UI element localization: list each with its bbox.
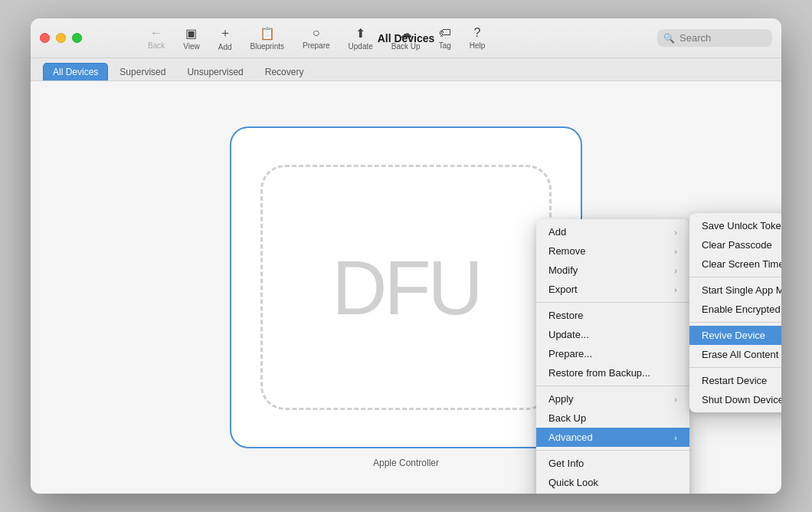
back-button[interactable]: ← Back xyxy=(140,23,172,53)
toolbar: ← Back ▣ View ＋ Add 📋 Blueprints ○ Prepa… xyxy=(140,22,493,54)
traffic-lights xyxy=(40,33,82,43)
update-label: Update xyxy=(349,42,373,51)
submenu-separator-3 xyxy=(689,367,781,368)
advanced-submenu: Save Unlock Token Clear Passcode Clear S… xyxy=(689,213,781,412)
blueprints-label: Blueprints xyxy=(250,42,284,51)
menu-arrow-add: › xyxy=(674,228,677,237)
menu-item-apply[interactable]: Apply › xyxy=(536,389,689,409)
menu-arrow-apply: › xyxy=(674,395,677,404)
update-button[interactable]: ⬆ Update xyxy=(341,23,381,54)
menu-item-prepare-label: Prepare... xyxy=(548,348,592,359)
menu-item-apply-label: Apply xyxy=(548,393,574,405)
add-button[interactable]: ＋ Add xyxy=(211,22,240,54)
menu-item-get-info[interactable]: Get Info xyxy=(536,454,689,473)
menu-item-modify[interactable]: Modify › xyxy=(536,261,689,280)
view-button[interactable]: ▣ View xyxy=(175,23,208,54)
menu-item-restore-backup-label: Restore from Backup... xyxy=(548,367,650,379)
menu-item-quick-look[interactable]: Quick Look xyxy=(536,473,689,492)
menu-item-get-info-label: Get Info xyxy=(548,458,584,469)
menu-item-prepare[interactable]: Prepare... xyxy=(536,344,689,363)
menu-item-remove[interactable]: Remove › xyxy=(536,241,689,261)
context-menu: Add › Remove › Modify › Export › Restore… xyxy=(536,219,689,494)
menu-arrow-remove: › xyxy=(674,247,677,256)
menu-item-backup-label: Back Up xyxy=(548,412,586,424)
prepare-icon: ○ xyxy=(313,26,320,40)
menu-item-restore[interactable]: Restore xyxy=(536,306,689,325)
menu-item-add-label: Add xyxy=(548,226,566,238)
search-icon: 🔍 xyxy=(663,33,675,44)
submenu-enable-encrypted[interactable]: Enable Encrypted Backups... xyxy=(689,300,781,319)
menu-separator-1 xyxy=(536,302,689,303)
submenu-separator-2 xyxy=(689,322,781,323)
dfu-label: DFU xyxy=(332,244,480,332)
view-label: View xyxy=(183,42,200,51)
tag-label: Tag xyxy=(439,41,451,50)
menu-arrow-advanced: › xyxy=(674,433,677,442)
update-icon: ⬆ xyxy=(355,26,365,41)
submenu-clear-passcode[interactable]: Clear Passcode xyxy=(689,235,781,254)
menu-item-export[interactable]: Export › xyxy=(536,280,689,299)
prepare-label: Prepare xyxy=(303,41,330,50)
menu-separator-2 xyxy=(536,386,689,386)
back-label: Back xyxy=(148,41,165,50)
menu-item-export-label: Export xyxy=(548,284,578,295)
submenu-save-unlock-token[interactable]: Save Unlock Token xyxy=(689,216,781,235)
menu-item-backup[interactable]: Back Up xyxy=(536,409,689,428)
tab-all-devices[interactable]: All Devices xyxy=(43,63,108,80)
menu-item-tags[interactable]: Tags... xyxy=(536,492,689,494)
prepare-button[interactable]: ○ Prepare xyxy=(295,23,338,53)
submenu-clear-screen-time[interactable]: Clear Screen Time Passcode xyxy=(689,254,781,274)
window-title: All Devices xyxy=(378,32,435,44)
menu-item-update-label: Update... xyxy=(548,329,589,340)
menu-item-restore-backup[interactable]: Restore from Backup... xyxy=(536,363,689,382)
back-icon: ← xyxy=(150,26,162,40)
submenu-shutdown-device[interactable]: Shut Down Device xyxy=(689,390,781,409)
menu-item-quick-look-label: Quick Look xyxy=(548,477,598,488)
tab-bar: All Devices Supervised Unsupervised Reco… xyxy=(31,58,781,81)
menu-item-advanced[interactable]: Advanced › Save Unlock Token Clear Passc… xyxy=(536,428,689,447)
maximize-button[interactable] xyxy=(72,33,82,43)
tab-supervised[interactable]: Supervised xyxy=(110,63,175,80)
main-window: ← Back ▣ View ＋ Add 📋 Blueprints ○ Prepa… xyxy=(31,18,781,494)
blueprints-button[interactable]: 📋 Blueprints xyxy=(243,23,292,54)
menu-item-remove-label: Remove xyxy=(548,245,585,257)
tab-recovery[interactable]: Recovery xyxy=(255,63,314,80)
menu-item-advanced-label: Advanced xyxy=(548,432,593,443)
blueprints-icon: 📋 xyxy=(260,26,275,41)
menu-arrow-modify: › xyxy=(674,266,677,275)
submenu-revive-device[interactable]: Revive Device xyxy=(689,326,781,345)
help-button[interactable]: ? Help xyxy=(462,23,493,53)
dfu-area: DFU xyxy=(260,165,552,410)
submenu-single-app-mode[interactable]: Start Single App Mode... xyxy=(689,281,781,300)
titlebar: ← Back ▣ View ＋ Add 📋 Blueprints ○ Prepa… xyxy=(31,18,781,58)
menu-arrow-export: › xyxy=(674,285,677,294)
tag-button[interactable]: 🏷 Tag xyxy=(431,23,459,53)
device-name-label: Apple Controller xyxy=(373,458,439,468)
close-button[interactable] xyxy=(40,33,50,43)
menu-item-add[interactable]: Add › xyxy=(536,222,689,241)
content-area: DFU Apple Controller Add › Remove › Modi… xyxy=(31,81,781,494)
submenu-separator-1 xyxy=(689,277,781,277)
submenu-restart-device[interactable]: Restart Device xyxy=(689,371,781,390)
device-card: DFU Apple Controller xyxy=(230,126,582,448)
tag-icon: 🏷 xyxy=(439,26,451,40)
help-icon: ? xyxy=(474,26,481,40)
search-bar[interactable]: 🔍 xyxy=(657,29,772,47)
menu-separator-3 xyxy=(536,450,689,451)
menu-item-restore-label: Restore xyxy=(548,310,584,321)
view-icon: ▣ xyxy=(185,26,197,41)
help-label: Help xyxy=(470,41,486,50)
add-icon: ＋ xyxy=(219,25,231,41)
menu-item-update[interactable]: Update... xyxy=(536,325,689,344)
menu-item-modify-label: Modify xyxy=(548,264,578,276)
tab-unsupervised[interactable]: Unsupervised xyxy=(177,63,253,80)
submenu-erase-all[interactable]: Erase All Content and Settings xyxy=(689,345,781,364)
minimize-button[interactable] xyxy=(56,33,66,43)
search-input[interactable] xyxy=(679,32,766,44)
add-label: Add xyxy=(218,43,232,51)
